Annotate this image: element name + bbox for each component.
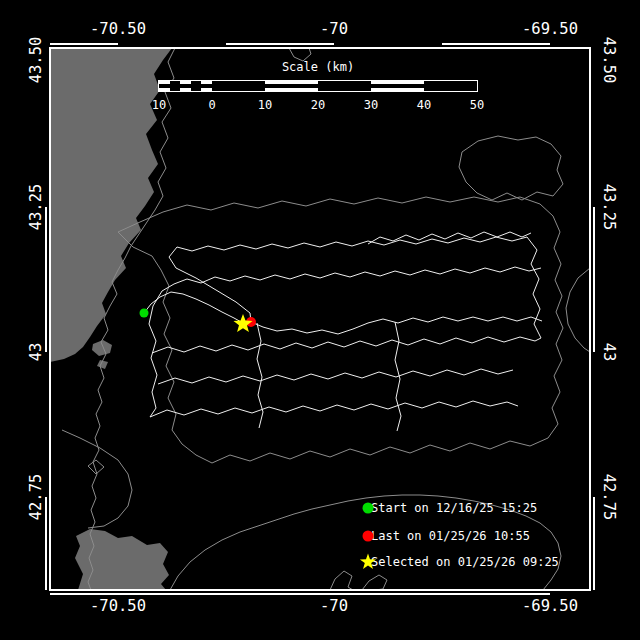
drifter-track xyxy=(176,268,251,322)
drifter-track xyxy=(152,337,535,353)
drifter-track xyxy=(169,237,527,268)
last-dot-icon xyxy=(363,531,374,542)
latitude-label-left: 43 xyxy=(27,312,45,392)
legend-item-last: Last on 01/25/26 10:55 xyxy=(358,526,530,546)
drifter-track xyxy=(162,267,541,291)
latitude-label-right: 43 xyxy=(600,312,618,392)
scalebar-tick-label: 30 xyxy=(356,98,386,112)
longitude-label-top: -70 xyxy=(294,20,374,38)
legend-last-marker-icon xyxy=(358,526,378,546)
drifter-track xyxy=(144,292,251,323)
legend-item-start: Start on 12/16/25 15:25 xyxy=(358,498,537,518)
scalebar-cell xyxy=(159,81,170,91)
scalebar-tick-label: 50 xyxy=(462,98,492,112)
latitude-label-left: 42.75 xyxy=(27,457,45,537)
scalebar-tick-label: 20 xyxy=(303,98,333,112)
drifter-track-map-figure: -70.50-70-69.50 -70.50-70-69.50 43.5043.… xyxy=(0,0,640,640)
coastline-contour xyxy=(362,575,387,590)
scalebar-cell xyxy=(201,81,212,91)
legend-selected-marker-icon xyxy=(358,552,378,572)
coastline-contour xyxy=(330,571,353,590)
longitude-label-bottom: -69.50 xyxy=(510,597,590,615)
legend-label: Last on 01/25/26 10:55 xyxy=(371,529,530,543)
longitude-label-top: -69.50 xyxy=(510,20,590,38)
legend-label: Start on 12/16/25 15:25 xyxy=(371,501,537,515)
coastline-contour xyxy=(566,268,590,352)
drifter-track xyxy=(257,323,263,428)
latitude-label-left: 43.25 xyxy=(27,167,45,247)
scalebar-tick-label: 40 xyxy=(409,98,439,112)
legend-item-selected: Selected on 01/25/26 09:25 xyxy=(358,552,559,572)
coastline-contour xyxy=(459,136,563,200)
scalebar-cell xyxy=(265,81,318,91)
scalebar-cell xyxy=(371,81,424,91)
scalebar xyxy=(158,80,478,92)
map-svg xyxy=(0,0,640,640)
land-polygon xyxy=(50,48,172,362)
legend-label: Selected on 01/25/26 09:25 xyxy=(371,555,559,569)
scalebar-tick-label: 10 xyxy=(250,98,280,112)
start-marker xyxy=(140,309,149,318)
longitude-label-bottom: -70 xyxy=(294,597,374,615)
drifter-track xyxy=(158,369,513,384)
latitude-label-right: 43.25 xyxy=(600,167,618,247)
legend-start-marker-icon xyxy=(358,498,378,518)
longitude-label-top: -70.50 xyxy=(78,20,158,38)
drifter-track xyxy=(150,401,518,417)
latitude-label-right: 42.75 xyxy=(600,457,618,537)
scalebar-tick-label: 10 xyxy=(144,98,174,112)
scalebar-title: Scale (km) xyxy=(258,60,378,74)
latitude-label-left: 43.50 xyxy=(27,20,45,100)
scalebar-cell xyxy=(180,81,191,91)
selected-star-icon xyxy=(360,554,376,569)
drifter-track xyxy=(527,237,541,341)
drifter-track xyxy=(149,291,162,417)
longitude-label-bottom: -70.50 xyxy=(78,597,158,615)
selected-marker xyxy=(234,314,253,332)
latitude-label-right: 43.50 xyxy=(600,20,618,100)
start-dot-icon xyxy=(363,503,374,514)
scalebar-tick-label: 0 xyxy=(197,98,227,112)
land-polygon xyxy=(92,340,112,356)
